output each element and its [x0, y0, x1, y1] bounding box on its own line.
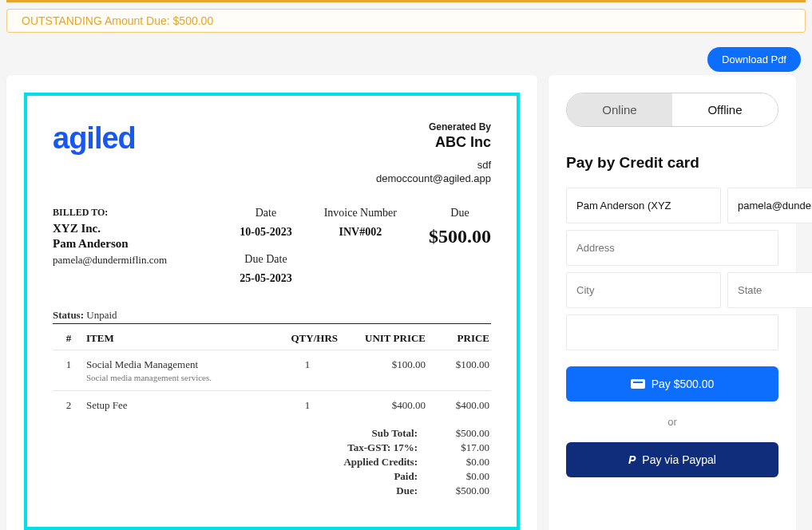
paypal-icon: P	[628, 453, 636, 466]
payment-tabs: Online Offline	[566, 93, 778, 127]
generated-by-company: ABC Inc	[376, 134, 491, 151]
state-field[interactable]	[727, 272, 812, 308]
line-item: Setup Fee	[85, 391, 275, 421]
status-label: Status:	[53, 309, 84, 321]
due-amount: $500.00	[429, 226, 491, 247]
pay-button-label: Pay $500.00	[652, 378, 715, 390]
invoice-frame: agiled Generated By ABC Inc sdf democcou…	[24, 93, 520, 530]
pay-button[interactable]: Pay $500.00	[566, 366, 778, 401]
col-unit: UNIT PRICE	[339, 327, 427, 350]
billed-to-label: BILLED TO:	[53, 207, 212, 219]
paypal-button-label: Pay via Paypal	[642, 453, 716, 466]
line-unit: $400.00	[339, 391, 427, 421]
tax-label: Tax-GST: 17%:	[53, 441, 419, 455]
tax-value: $17.00	[419, 441, 491, 455]
line-price: $400.00	[427, 391, 491, 421]
tab-online[interactable]: Online	[567, 93, 672, 126]
col-price: PRICE	[427, 327, 491, 350]
line-item: Social Media ManagementSocial media mana…	[85, 350, 275, 391]
email-field[interactable]	[727, 188, 812, 223]
pay-title: Pay by Credit card	[566, 154, 778, 172]
invoice-number-label: Invoice Number	[324, 207, 397, 220]
download-pdf-button[interactable]: Download Pdf	[707, 47, 801, 72]
generated-by-label: Generated By	[376, 121, 491, 132]
line-num: 2	[53, 391, 85, 421]
extra-field[interactable]	[566, 314, 778, 350]
payment-panel: Online Offline Pay by Credit card Pay $5…	[549, 75, 796, 530]
due-total-value: $500.00	[419, 484, 491, 498]
city-field[interactable]	[566, 272, 721, 308]
card-icon	[631, 379, 645, 389]
due-date-value: 25-05-2023	[240, 272, 291, 285]
col-item: ITEM	[85, 327, 275, 350]
col-num: #	[53, 327, 85, 350]
billed-to-email: pamela@dundermiflin.com	[53, 254, 212, 267]
status-value: Unpaid	[86, 309, 117, 321]
due-total-label: Due:	[53, 484, 419, 498]
line-items-table: # ITEM QTY/HRS UNIT PRICE PRICE 1Social …	[53, 327, 491, 420]
table-row: 1Social Media ManagementSocial media man…	[53, 350, 491, 391]
date-label: Date	[240, 207, 291, 220]
line-qty: 1	[275, 391, 339, 421]
subtotal-label: Sub Total:	[53, 426, 419, 441]
date-value: 10-05-2023	[240, 226, 291, 239]
credits-label: Applied Credits:	[53, 455, 419, 469]
status: Status: Unpaid	[53, 309, 491, 322]
tab-offline[interactable]: Offline	[672, 93, 778, 126]
line-num: 1	[53, 350, 85, 391]
invoice-card: agiled Generated By ABC Inc sdf democcou…	[6, 75, 537, 530]
reference-text: sdf	[376, 159, 491, 171]
name-field[interactable]	[566, 188, 721, 223]
outstanding-banner: OUTSTANDING Amount Due: $500.00	[6, 9, 806, 33]
line-desc: Social media management services.	[86, 373, 274, 382]
invoice-number-value: INV#002	[324, 226, 397, 239]
table-row: 2Setup Fee1$400.00$400.00	[53, 391, 491, 421]
paid-value: $0.00	[419, 469, 491, 484]
logo: agiled	[53, 121, 136, 156]
line-unit: $100.00	[339, 350, 427, 391]
due-label: Due	[429, 207, 491, 220]
billed-to-name: Pam Anderson	[53, 237, 212, 251]
due-date-label: Due Date	[240, 253, 291, 266]
or-divider: or	[566, 416, 778, 428]
credits-value: $0.00	[419, 455, 491, 469]
line-price: $100.00	[427, 350, 491, 391]
subtotal-value: $500.00	[419, 426, 491, 441]
col-qty: QTY/HRS	[275, 327, 339, 350]
totals: Sub Total:$500.00 Tax-GST: 17%:$17.00 Ap…	[53, 426, 491, 498]
billed-to-company: XYZ Inc.	[53, 222, 212, 235]
sender-email: democcount@agiled.app	[376, 172, 491, 184]
line-qty: 1	[275, 350, 339, 391]
address-field[interactable]	[566, 230, 778, 266]
paypal-button[interactable]: P Pay via Paypal	[566, 442, 778, 477]
paid-label: Paid:	[53, 469, 419, 484]
